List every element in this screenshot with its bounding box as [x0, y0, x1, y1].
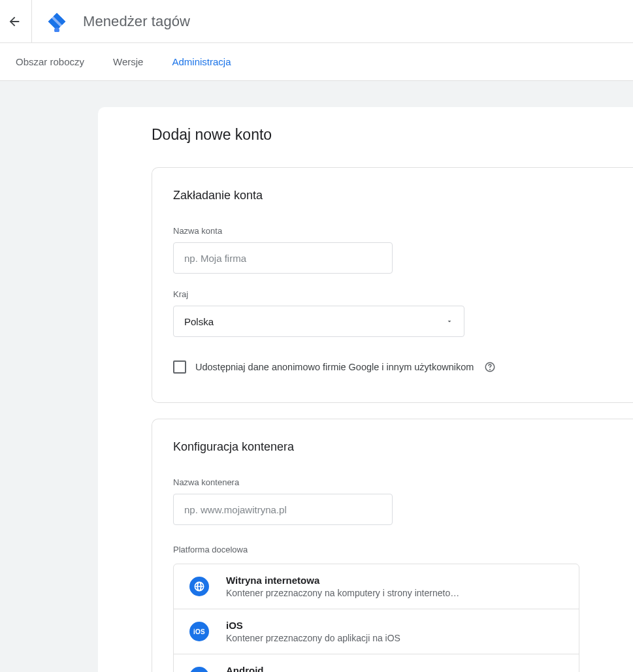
platform-list: Witryna internetowa Kontener przeznaczon…: [173, 564, 579, 672]
platform-text: Android Kontener przeznaczony do aplikac…: [226, 665, 566, 672]
chevron-down-icon: [446, 317, 453, 325]
web-icon: [189, 577, 209, 596]
tab-workspace[interactable]: Obszar roboczy: [16, 56, 84, 67]
logo-icon: [46, 11, 67, 32]
container-name-label: Nazwa kontenera: [173, 477, 633, 487]
country-select[interactable]: Polska: [173, 306, 464, 337]
tab-versions[interactable]: Wersje: [113, 56, 143, 67]
container-name-field: Nazwa kontenera: [173, 477, 633, 525]
share-anon-checkbox[interactable]: [173, 360, 186, 374]
help-icon[interactable]: [484, 361, 496, 373]
account-name-field: Nazwa konta: [173, 226, 633, 274]
container-name-input[interactable]: [173, 494, 393, 525]
app-title: Menedżer tagów: [83, 13, 190, 30]
platform-item-web[interactable]: Witryna internetowa Kontener przeznaczon…: [174, 564, 579, 609]
platform-text: Witryna internetowa Kontener przeznaczon…: [226, 575, 566, 598]
share-anon-label: Udostępniaj dane anonimowo firmie Google…: [195, 362, 474, 372]
app-header: Menedżer tagów: [0, 0, 633, 43]
android-icon: [189, 667, 209, 672]
arrow-left-icon: [7, 14, 22, 29]
platform-desc: Kontener przeznaczony na komputery i str…: [226, 588, 566, 598]
country-field: Kraj Polska: [173, 289, 633, 337]
account-name-input[interactable]: [173, 242, 393, 274]
account-section: Zakładanie konta Nazwa konta Kraj Polska…: [152, 167, 633, 403]
country-value: Polska: [184, 316, 214, 327]
ios-icon: iOS: [189, 622, 209, 641]
platform-item-android[interactable]: Android Kontener przeznaczony do aplikac…: [174, 654, 579, 672]
page-title: Dodaj nowe konto: [152, 126, 633, 144]
container-section: Konfiguracja kontenera Nazwa kontenera P…: [152, 419, 633, 672]
platform-item-ios[interactable]: iOS iOS Kontener przeznaczony do aplikac…: [174, 609, 579, 654]
main-card: Dodaj nowe konto Zakładanie konta Nazwa …: [98, 107, 633, 672]
svg-point-2: [490, 369, 491, 370]
back-button[interactable]: [7, 14, 22, 29]
content-area: Dodaj nowe konto Zakładanie konta Nazwa …: [0, 81, 633, 672]
platform-title: iOS: [226, 620, 566, 631]
container-section-title: Konfiguracja kontenera: [173, 440, 633, 454]
account-name-label: Nazwa konta: [173, 226, 633, 236]
platform-title: Witryna internetowa: [226, 575, 566, 586]
country-label: Kraj: [173, 289, 633, 299]
platform-desc: Kontener przeznaczony do aplikacji na iO…: [226, 633, 566, 643]
platform-title: Android: [226, 665, 566, 672]
account-section-title: Zakładanie konta: [173, 189, 633, 202]
tab-bar: Obszar roboczy Wersje Administracja: [0, 43, 633, 81]
platform-label: Platforma docelowa: [173, 545, 633, 554]
share-anon-row: Udostępniaj dane anonimowo firmie Google…: [173, 360, 633, 374]
tag-manager-logo: [46, 11, 67, 32]
tab-admin[interactable]: Administracja: [172, 56, 231, 67]
platform-text: iOS Kontener przeznaczony do aplikacji n…: [226, 620, 566, 643]
header-divider: [31, 0, 32, 43]
